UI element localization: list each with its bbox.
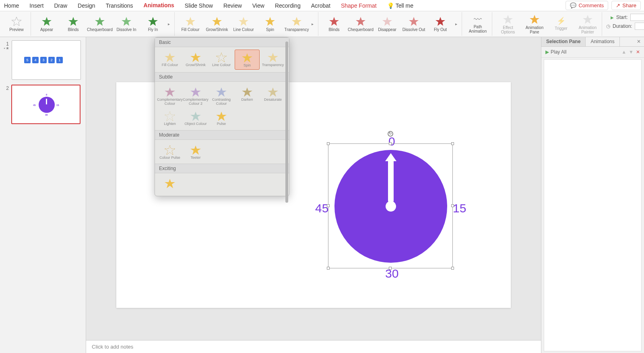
entrance-more[interactable]: ▸ [168,22,172,26]
popup-item-teeter[interactable]: Teeter [183,142,208,162]
anim-disappear[interactable]: Disappear [376,16,399,32]
share-button[interactable]: ↗ Share [611,1,641,10]
delete-icon[interactable]: ✕ [636,49,640,55]
anim-fly-in[interactable]: Fly In [141,16,165,32]
effect-options-button[interactable]: Effect Options [496,14,520,34]
slide-thumb-1[interactable]: 5 4 3 2 1 [12,40,81,80]
animations-pane-tab[interactable]: Animations [585,37,619,46]
popup-item-desaturate[interactable]: Desaturate [260,84,285,108]
popup-scrollbar[interactable] [285,42,288,192]
anim-grow-shrink[interactable]: Grow/Shrink [205,16,229,32]
star-grey-icon [502,14,514,25]
svg-marker-25 [190,87,201,97]
svg-marker-27 [242,87,252,97]
bolt-icon: ⚡ [557,17,566,25]
tab-home[interactable]: Home [3,1,20,10]
popup-item-transparency[interactable]: Transparency [260,50,285,70]
resize-handle[interactable] [327,142,330,145]
anim-fly-out[interactable]: Fly Out [429,16,452,32]
resize-handle[interactable] [327,204,330,207]
selection-pane-tab[interactable]: Selection Pane [541,37,585,46]
svg-marker-24 [165,87,175,97]
preview-button[interactable]: Preview [5,16,28,32]
tab-shape-format[interactable]: Shape Format [340,1,378,10]
popup-item-comp-colour[interactable]: Complementary Colour [157,84,182,108]
anim-spin[interactable]: Spin [258,16,282,32]
popup-item-grow-shrink[interactable]: Grow/Shrink [183,50,208,70]
tab-slideshow[interactable]: Slide Show [184,1,214,10]
selection-box[interactable] [328,143,453,268]
anim-appear[interactable]: Appear [35,16,58,32]
svg-marker-20 [190,53,201,62]
popup-item-pulse[interactable]: Pulse [209,108,234,128]
resize-handle[interactable] [389,142,392,145]
anim-exit-blinds[interactable]: Blinds [322,16,346,32]
move-down-icon[interactable]: ▼ [629,49,634,55]
tab-recording[interactable]: Recording [274,1,301,10]
anim-transparency[interactable]: Transparency [285,16,308,32]
popup-item-comp-colour-2[interactable]: Complementary Colour 2 [183,84,208,108]
popup-item-exciting-1[interactable] [157,176,182,191]
resize-handle[interactable] [389,267,392,270]
anim-dissolve-out[interactable]: Dissolve Out [402,16,425,32]
anim-line-colour[interactable]: Line Colour [232,16,255,32]
scrollbar-thumb[interactable] [285,42,288,203]
play-all-button[interactable]: Play All [551,49,566,55]
comments-button[interactable]: 💬 Comments [566,1,608,10]
popup-item-contrasting[interactable]: Contrasting Colour [209,84,234,108]
popup-cat-basic: Basic [155,37,289,47]
exit-more[interactable]: ▸ [455,22,459,26]
popup-item-colour-pulse[interactable]: Colour Pulse [157,142,182,162]
right-panes: Selection Pane Animations ✕ ▶ Play All ▲… [541,37,644,353]
tab-acrobat[interactable]: Acrobat [310,1,331,10]
popup-item-darken[interactable]: Darken [235,84,260,108]
resize-handle[interactable] [451,267,454,270]
anim-fill-colour[interactable]: Fill Colour [179,16,202,32]
resize-handle[interactable] [327,267,330,270]
star-icon [241,87,253,97]
tab-review[interactable]: Review [223,1,243,10]
move-up-icon[interactable]: ▲ [621,49,626,55]
block: 4 [32,57,39,63]
tab-draw[interactable]: Draw [53,1,68,10]
star-red-icon [382,16,393,27]
star-icon [241,52,253,63]
popup-cat-exciting: Exciting [155,164,289,173]
resize-handle[interactable] [451,204,454,207]
tab-insert[interactable]: Insert [29,1,44,10]
start-input[interactable] [630,14,644,21]
rotation-handle[interactable] [388,131,393,137]
popup-item-fill-colour[interactable]: Fill Colour [157,50,182,70]
popup-item-spin[interactable]: Spin [235,50,260,70]
path-icon: 〰 [474,15,482,24]
clock-shape[interactable] [334,150,447,263]
slide-panel: 1 ⋆★ 5 4 3 2 1 2 0 15 30 45 [0,37,86,353]
tab-design[interactable]: Design [77,1,96,10]
animation-painter-button[interactable]: Animation Painter [576,14,599,34]
path-animation-button[interactable]: 〰 Path Animation [466,15,489,33]
emphasis-more[interactable]: ▸ [312,22,316,26]
popup-item-line-colour[interactable]: Line Colour [209,50,234,70]
canvas-area[interactable]: 0 15 30 45 Basic [86,37,541,353]
tab-transitions[interactable]: Transitions [105,1,134,10]
pane-close-button[interactable]: ✕ [634,37,644,46]
trigger-button[interactable]: ⚡ Trigger [549,17,573,31]
notes-area[interactable]: Click to add notes [86,340,541,353]
duration-input[interactable] [635,23,644,30]
star-icon [164,145,176,155]
popup-item-lighten[interactable]: Lighten [157,108,182,128]
svg-marker-10 [292,17,301,26]
slide-thumb-2[interactable]: 0 15 30 45 [11,85,80,124]
anim-blinds[interactable]: Blinds [62,16,85,32]
resize-handle[interactable] [451,142,454,145]
tab-view[interactable]: View [252,1,265,10]
animation-list[interactable] [544,59,642,351]
tell-me[interactable]: 💡 Tell me [386,1,414,10]
animation-pane-button[interactable]: Animation Pane [523,14,546,34]
timing-group: ▶ Start: ⇅ ◷ Duration: ⇅ [604,12,644,36]
anim-dissolve-in[interactable]: Dissolve In [115,16,138,32]
anim-exit-chequerboard[interactable]: Chequerboard [349,16,372,32]
anim-chequerboard[interactable]: Chequerboard [88,16,111,32]
popup-item-object-colour[interactable]: Object Colour [183,108,208,128]
svg-marker-18 [583,15,592,24]
